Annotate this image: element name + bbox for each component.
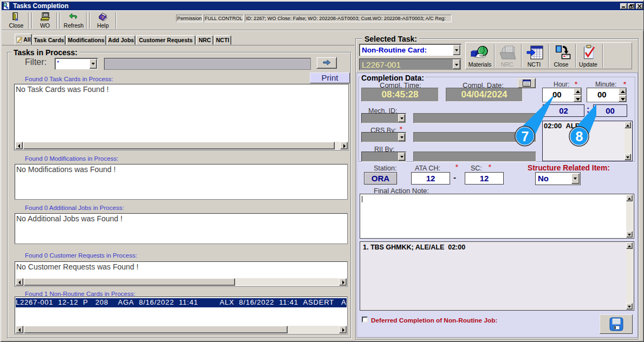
svg-text:7: 7 (522, 129, 529, 144)
svg-text:8: 8 (576, 129, 583, 144)
svg-text:?: ? (101, 15, 104, 20)
